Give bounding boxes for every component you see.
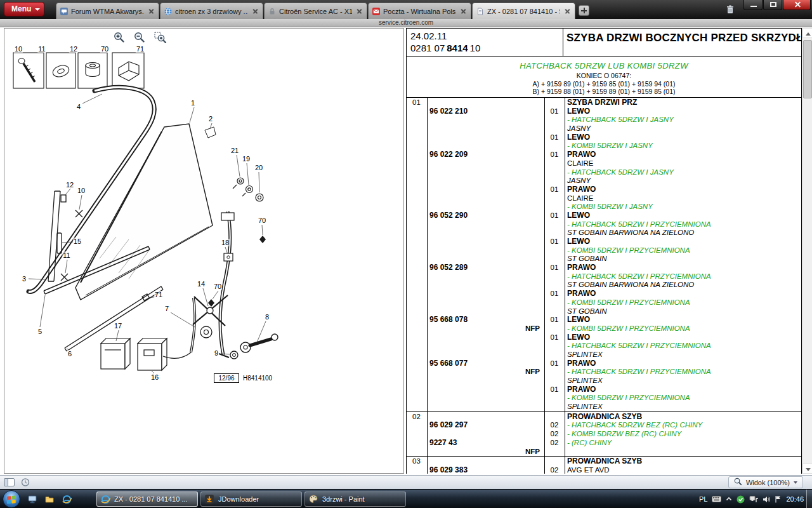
description-cell: LEWO: [567, 133, 590, 142]
parts-table-line: 03PROWADNICA SZYB: [407, 457, 801, 466]
parts-table-line: - HATCHBACK 5DRZW I PRZYCIEMNIONA: [407, 220, 801, 229]
part-callout: 4: [76, 103, 81, 110]
qty-cell: 01: [544, 185, 565, 194]
part-callout: 14: [197, 280, 206, 288]
menu-button[interactable]: Menu: [4, 2, 44, 17]
closed-tabs-trash-icon[interactable]: [723, 3, 737, 15]
parts-table-line: 01PRAWO: [407, 385, 801, 394]
ref-cell: 01: [412, 98, 421, 107]
door-window-exploded-diagram: [4, 29, 403, 473]
description-cell: - HATCHBACK 5DRZW I PRZYCIEMNIONA: [567, 220, 711, 229]
taskbar-button[interactable]: 3drzwi - Paint: [304, 491, 406, 507]
shield-icon[interactable]: [737, 495, 745, 504]
column-divider: [427, 98, 428, 474]
browser-tab[interactable]: Forum WTMA Akwarys...: [56, 3, 159, 19]
flag-icon[interactable]: [775, 495, 782, 503]
description-cell: CLAIRE: [567, 159, 594, 168]
qty-cell: 01: [544, 150, 565, 159]
description-cell: ST GOBAIN: [567, 307, 607, 316]
description-cell: PROWADNICA SZYB: [567, 413, 642, 422]
network-icon[interactable]: [749, 495, 758, 503]
maximize-button[interactable]: [763, 0, 782, 10]
parts-table-line: JASNY: [407, 124, 801, 133]
taskbar-button[interactable]: ZX - 0281 07 841410 ...: [96, 491, 198, 507]
language-indicator[interactable]: PL: [699, 495, 707, 503]
description-cell: SPLINTEX: [567, 403, 603, 411]
description-cell: - KOMBI 5DRZW I PRZYCIEMNIONA: [567, 394, 690, 403]
show-desktop-button[interactable]: [806, 490, 812, 508]
start-button[interactable]: [3, 490, 20, 508]
taskbar-button[interactable]: JDownloader: [200, 491, 302, 507]
parts-table-line: 01SZYBA DRZWI PRZ: [407, 98, 801, 107]
minimize-button[interactable]: [743, 0, 763, 10]
description-cell: PROWADNICA SZYB: [567, 457, 642, 466]
clock[interactable]: 20:46: [786, 495, 804, 503]
page-zoom-widget[interactable]: Widok (100%): [728, 476, 803, 488]
parts-table-line: ST GOBAIN: [407, 307, 801, 316]
browser-tab[interactable]: ZX - 0281 07 841410 - S...: [472, 3, 575, 19]
doc-code-prefix: 0281 07: [410, 43, 445, 53]
parts-table-line: - HATCHBACK 5DRZW I PRZYCIEMNIONA: [407, 272, 801, 281]
part-callout: 12: [65, 181, 74, 189]
part-callout: 6: [67, 350, 72, 358]
keyboard-icon[interactable]: [712, 496, 721, 502]
description-cell: - (RC) CHINY: [567, 439, 612, 448]
desktop-icon[interactable]: [27, 493, 38, 505]
part-callout: 70: [213, 283, 222, 290]
part-callout: 70: [100, 45, 109, 53]
panels-icon[interactable]: [4, 478, 15, 489]
ie-icon[interactable]: [61, 493, 72, 505]
parts-table-line: 95 668 07801LEWO: [407, 316, 801, 324]
tray-icons: [712, 495, 782, 504]
scroll-down-button[interactable]: [802, 464, 812, 474]
new-tab-button[interactable]: [579, 5, 589, 16]
volume-icon[interactable]: [763, 496, 770, 503]
diagram-drawing-code: H8414100: [243, 375, 272, 382]
parts-table-line: 02- KOMBI 5DRZW BEZ (RC) CHINY: [407, 430, 801, 439]
explorer-icon[interactable]: [44, 493, 55, 505]
zoom-out-icon[interactable]: [134, 32, 145, 43]
address-bar[interactable]: service.citroen.com: [0, 19, 812, 27]
zoom-in-icon[interactable]: [114, 32, 125, 43]
tab-close-icon[interactable]: [147, 7, 155, 15]
close-button[interactable]: [783, 0, 811, 10]
ie-icon: [101, 495, 110, 504]
parts-table-line: 95 668 07701PRAWO: [407, 359, 801, 368]
parts-table-line: ST GOBAIN BARWIONA NA ZIELONO: [407, 229, 801, 237]
browser-tab[interactable]: Citroën Service AC - X1...: [264, 3, 367, 19]
parts-table-line: - HATCHBACK 5DRZW I JASNY: [407, 168, 801, 177]
tab-label: citroen zx 3 drzwiowy ...: [175, 8, 248, 15]
part-number-cell: 96 022 210: [429, 107, 468, 116]
parts-table-line: 96 029 29702- HATCHBACK 5DRZW BEZ (RC) C…: [407, 421, 801, 430]
qty-cell: 01: [544, 133, 565, 142]
scroll-up-button[interactable]: [802, 28, 812, 38]
parts-table-line: - KOMBI 5DRZW I PRZYCIEMNIONA: [407, 298, 801, 307]
part-number-cell: 96 029 297: [429, 421, 468, 430]
zoom-select-icon[interactable]: [154, 32, 167, 43]
windows-logo-icon: [6, 494, 16, 504]
magnifier-icon: [734, 478, 742, 487]
tab-close-icon[interactable]: [563, 7, 572, 15]
parts-panel: 24.02.11 0281 07841410 SZYBA DRZWI BOCZN…: [406, 28, 802, 474]
part-callout: 20: [254, 164, 263, 171]
sync-icon[interactable]: [21, 478, 30, 489]
tab-close-icon[interactable]: [251, 7, 259, 15]
browser-status-bar: Widok (100%): [0, 475, 812, 489]
chevron-up-icon[interactable]: [726, 497, 732, 502]
chevron-down-icon: [794, 481, 797, 484]
window-controls: [743, 0, 811, 10]
parts-table-line: NFP: [407, 448, 801, 457]
scrollbar-thumb[interactable]: [803, 40, 812, 98]
part-number-cell: 95 668 078: [429, 316, 468, 324]
part-callout: 11: [62, 251, 70, 259]
tab-close-icon[interactable]: [355, 7, 363, 15]
browser-tab[interactable]: citroen zx 3 drzwiowy ...: [160, 3, 263, 19]
vertical-scrollbar[interactable]: [802, 28, 812, 474]
parts-table-line: 01LEWO: [407, 333, 801, 342]
browser-tab[interactable]: Poczta - Wirtualna Pols...: [368, 3, 471, 19]
part-callout: 71: [154, 291, 163, 298]
tab-close-icon[interactable]: [459, 7, 468, 15]
description-cell: - HATCHBACK 5DRZW I PRZYCIEMNIONA: [567, 368, 711, 377]
screen: Menu Forum WTMA Akwarys...citroen zx 3 d…: [0, 0, 812, 508]
description-cell: - KOMBI 5DRZW I JASNY: [567, 203, 653, 211]
